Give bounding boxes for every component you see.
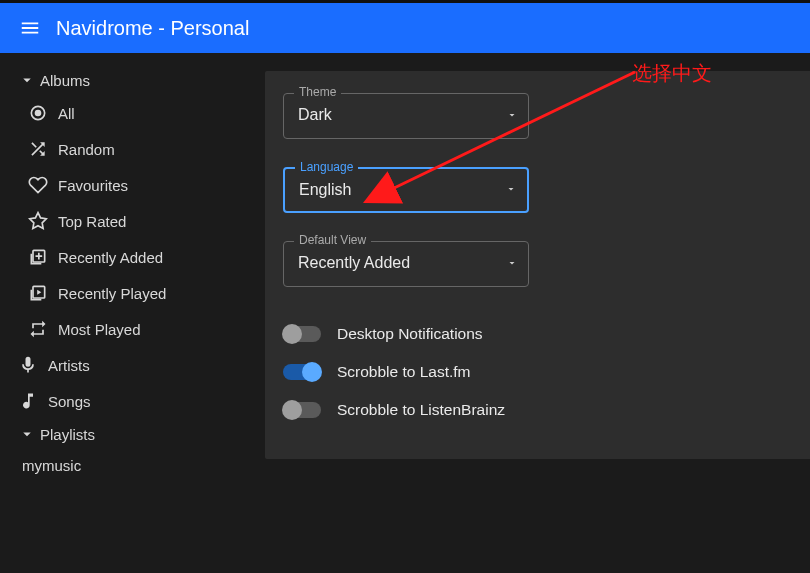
target-icon bbox=[28, 103, 58, 123]
star-icon bbox=[28, 211, 58, 231]
dropdown-arrow-icon bbox=[505, 181, 517, 199]
sidebar-item-artists[interactable]: Artists bbox=[0, 347, 243, 383]
sidebar-item-recently-added[interactable]: Recently Added bbox=[0, 239, 243, 275]
sidebar-item-label: All bbox=[58, 105, 231, 122]
dropdown-arrow-icon bbox=[506, 107, 518, 125]
library-add-icon bbox=[28, 247, 58, 267]
annotation-text: 选择中文 bbox=[632, 60, 712, 87]
sidebar-group-label: Albums bbox=[40, 72, 231, 89]
settings-panel: Theme Dark Language English Default View… bbox=[265, 71, 810, 459]
sidebar-item-label: mymusic bbox=[22, 457, 231, 474]
sidebar-item-label: Random bbox=[58, 141, 231, 158]
toggle-desktop-notifications[interactable] bbox=[283, 326, 321, 342]
heart-icon bbox=[28, 175, 58, 195]
mic-icon bbox=[18, 355, 48, 375]
default-view-select[interactable]: Default View Recently Added bbox=[283, 241, 529, 287]
sidebar-group-label: Playlists bbox=[40, 426, 231, 443]
toggle-scrobble-lastfm-row: Scrobble to Last.fm bbox=[283, 353, 807, 391]
field-label: Language bbox=[295, 160, 358, 174]
toggle-scrobble-lastfm[interactable] bbox=[283, 364, 321, 380]
toggle-scrobble-listenbrainz[interactable] bbox=[283, 402, 321, 418]
toggle-label: Scrobble to ListenBrainz bbox=[337, 401, 505, 419]
theme-select[interactable]: Theme Dark bbox=[283, 93, 529, 139]
sidebar-item-label: Artists bbox=[48, 357, 231, 374]
svg-point-1 bbox=[36, 111, 41, 116]
sidebar-item-recently-played[interactable]: Recently Played bbox=[0, 275, 243, 311]
sidebar-group-albums[interactable]: Albums bbox=[0, 65, 243, 95]
sidebar-item-label: Recently Played bbox=[58, 285, 231, 302]
shuffle-icon bbox=[28, 139, 58, 159]
hamburger-icon bbox=[19, 17, 41, 39]
dropdown-arrow-icon bbox=[506, 255, 518, 273]
sidebar-item-label: Songs bbox=[48, 393, 231, 410]
menu-toggle-button[interactable] bbox=[10, 8, 50, 48]
toggle-desktop-notifications-row: Desktop Notifications bbox=[283, 315, 807, 353]
repeat-icon bbox=[28, 319, 58, 339]
app-header: Navidrome - Personal bbox=[0, 3, 810, 53]
sidebar-item-label: Favourites bbox=[58, 177, 231, 194]
toggle-scrobble-listenbrainz-row: Scrobble to ListenBrainz bbox=[283, 391, 807, 429]
sidebar-group-playlists[interactable]: Playlists bbox=[0, 419, 243, 449]
sidebar-item-most-played[interactable]: Most Played bbox=[0, 311, 243, 347]
toggle-label: Scrobble to Last.fm bbox=[337, 363, 471, 381]
sidebar-playlist-item[interactable]: mymusic bbox=[0, 449, 243, 482]
language-select[interactable]: Language English bbox=[283, 167, 529, 213]
video-library-icon bbox=[28, 283, 58, 303]
sidebar-item-random[interactable]: Random bbox=[0, 131, 243, 167]
sidebar: Albums All Random Favourites Top Rated bbox=[0, 53, 243, 573]
main-content: Theme Dark Language English Default View… bbox=[243, 53, 810, 573]
chevron-down-icon bbox=[18, 425, 40, 443]
sidebar-item-label: Top Rated bbox=[58, 213, 231, 230]
field-label: Theme bbox=[294, 85, 341, 99]
sidebar-item-songs[interactable]: Songs bbox=[0, 383, 243, 419]
sidebar-item-top-rated[interactable]: Top Rated bbox=[0, 203, 243, 239]
app-title: Navidrome - Personal bbox=[56, 17, 249, 40]
sidebar-item-label: Most Played bbox=[58, 321, 231, 338]
toggle-label: Desktop Notifications bbox=[337, 325, 483, 343]
chevron-down-icon bbox=[18, 71, 40, 89]
sidebar-item-all[interactable]: All bbox=[0, 95, 243, 131]
sidebar-item-label: Recently Added bbox=[58, 249, 231, 266]
music-note-icon bbox=[18, 391, 48, 411]
field-label: Default View bbox=[294, 233, 371, 247]
sidebar-item-favourites[interactable]: Favourites bbox=[0, 167, 243, 203]
svg-marker-2 bbox=[30, 213, 47, 229]
